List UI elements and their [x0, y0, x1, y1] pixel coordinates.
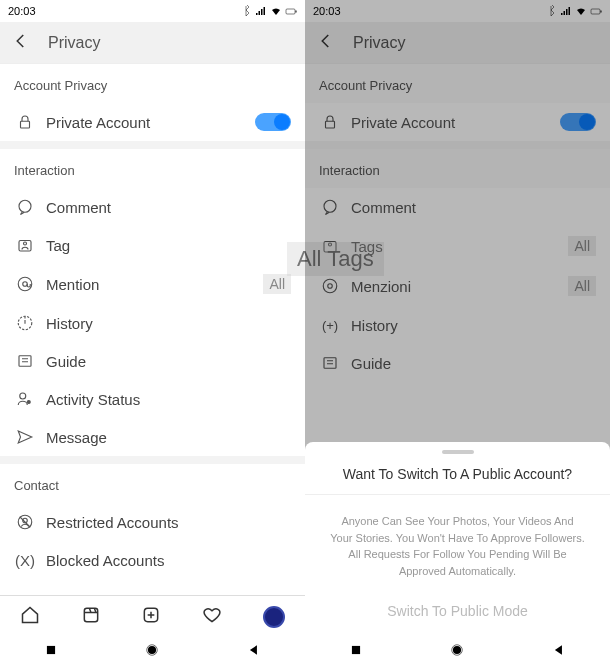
row-tag[interactable]: Tag [0, 226, 305, 264]
row-private-account[interactable]: Private Account [0, 103, 305, 141]
battery-icon [285, 5, 297, 17]
content: Account Privacy Private Account Interact… [0, 64, 305, 595]
wifi-icon [270, 5, 282, 17]
svg-rect-9 [19, 356, 31, 367]
nav-profile[interactable] [263, 606, 285, 628]
sys-back[interactable] [247, 643, 261, 661]
section-account-privacy: Account Privacy [0, 64, 305, 103]
restricted-icon [14, 513, 36, 531]
mention-icon [14, 275, 36, 293]
sys-home[interactable] [450, 643, 464, 661]
row-guide[interactable]: Guide [0, 342, 305, 380]
svg-rect-2 [21, 121, 30, 128]
nav-activity[interactable] [202, 605, 222, 629]
svg-rect-28 [352, 646, 360, 654]
svg-point-5 [24, 242, 27, 245]
bottom-nav [0, 595, 305, 637]
bottom-sheet: Want To Switch To A Public Account? Anyo… [305, 442, 610, 667]
section-interaction: Interaction [0, 149, 305, 188]
message-icon [14, 428, 36, 446]
signal-icon [255, 5, 267, 17]
svg-rect-16 [47, 646, 55, 654]
nav-reels[interactable] [81, 605, 101, 629]
system-nav [305, 637, 610, 667]
sheet-title: Want To Switch To A Public Account? [305, 460, 610, 495]
system-nav [0, 637, 305, 667]
sys-back[interactable] [552, 643, 566, 661]
sys-home[interactable] [145, 643, 159, 661]
private-account-label: Private Account [46, 114, 255, 131]
screen-right: 20:03 Privacy Account Privacy Private Ac… [305, 0, 610, 667]
divider [0, 456, 305, 464]
sheet-handle[interactable] [442, 450, 474, 454]
nav-home[interactable] [20, 605, 40, 629]
row-restricted[interactable]: Restricted Accounts [0, 503, 305, 541]
row-blocked[interactable]: (X) Blocked Accounts [0, 541, 305, 579]
mention-value: All [263, 274, 291, 294]
row-activity-status[interactable]: Activity Status [0, 380, 305, 418]
row-mention[interactable]: Mention All [0, 264, 305, 304]
svg-point-11 [27, 401, 30, 404]
status-time: 20:03 [8, 5, 36, 17]
switch-public-button[interactable]: Switch To Public Mode [305, 593, 610, 637]
sys-recent[interactable] [349, 643, 363, 661]
section-contact: Contact [0, 464, 305, 503]
svg-rect-0 [286, 9, 295, 14]
row-comment[interactable]: Comment [0, 188, 305, 226]
svg-point-29 [453, 646, 461, 654]
guide-icon [14, 352, 36, 370]
blocked-icon: (X) [14, 552, 36, 569]
nav-add[interactable] [141, 605, 161, 629]
history-icon [14, 314, 36, 332]
row-message[interactable]: Message [0, 418, 305, 456]
header-title: Privacy [48, 34, 100, 52]
status-bar: 20:03 [0, 0, 305, 22]
svg-point-7 [23, 282, 28, 287]
svg-point-17 [148, 646, 156, 654]
back-button[interactable] [12, 32, 30, 54]
header: Privacy [0, 22, 305, 64]
svg-rect-1 [296, 11, 297, 13]
comment-icon [14, 198, 36, 216]
svg-point-3 [19, 200, 31, 212]
sheet-body: Anyone Can See Your Photos, Your Videos … [305, 495, 610, 593]
divider [0, 141, 305, 149]
screen-left: 20:03 Privacy Account Privacy Private Ac… [0, 0, 305, 667]
private-account-toggle[interactable] [255, 113, 291, 131]
svg-point-10 [20, 393, 26, 399]
bluetooth-icon [240, 5, 252, 17]
row-history[interactable]: History [0, 304, 305, 342]
tag-icon [14, 236, 36, 254]
activity-icon [14, 390, 36, 408]
lock-icon [14, 113, 36, 131]
sys-recent[interactable] [44, 643, 58, 661]
